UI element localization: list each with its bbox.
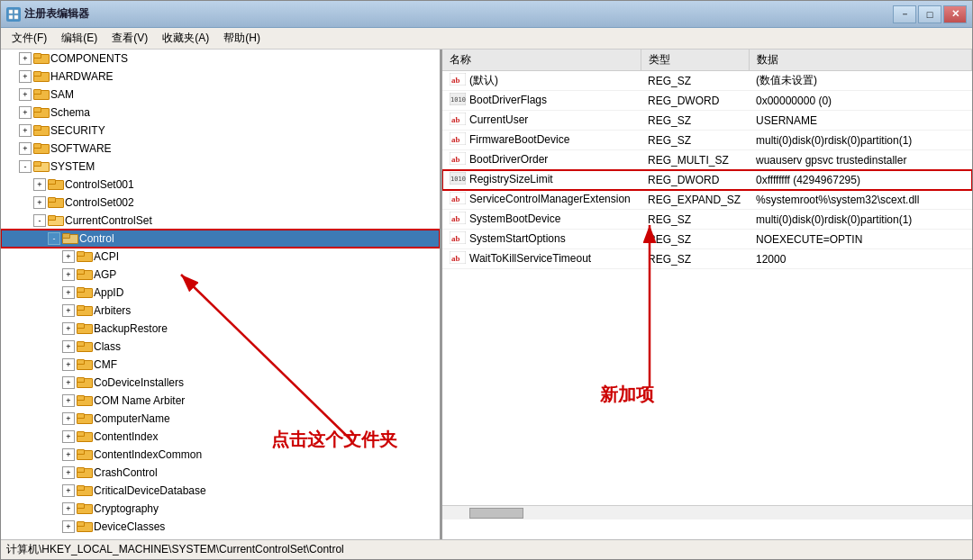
expander-appid[interactable]: + (62, 286, 75, 299)
table-row[interactable]: ab SystemBootDeviceREG_SZmulti(0)disk(0)… (442, 210, 972, 230)
expander-cmf[interactable]: + (62, 358, 75, 371)
tree-item-cryptography[interactable]: + Cryptography (1, 500, 440, 518)
label-computername: ComputerName (94, 412, 170, 425)
tree-item-acpi[interactable]: + ACPI (1, 248, 440, 266)
col-type[interactable]: 类型 (641, 50, 749, 71)
expander-cryptography[interactable]: + (62, 502, 75, 515)
expander-crashcontrol[interactable]: + (62, 466, 75, 479)
tree-item-cmf[interactable]: + CMF (1, 356, 440, 374)
expander-control[interactable]: - (48, 232, 60, 245)
menu-file[interactable]: 文件(F) (5, 29, 54, 48)
menu-view[interactable]: 查看(V) (105, 29, 155, 48)
tree-item-contentindex[interactable]: + ContentIndex (1, 428, 440, 446)
tree-item-schema[interactable]: + Schema (1, 104, 440, 122)
svg-rect-3 (14, 15, 18, 19)
expander-hardware[interactable]: + (19, 70, 32, 83)
tree-item-currentcontrolset[interactable]: - CurrentControlSet (1, 212, 440, 230)
tree-item-controlset001[interactable]: + ControlSet001 (1, 176, 440, 194)
tree-item-arbiters[interactable]: + Arbiters (1, 302, 440, 320)
svg-text:ab: ab (451, 115, 460, 124)
folder-icon-agp (77, 269, 91, 280)
expander-deviceclasses[interactable]: + (62, 520, 75, 533)
cell-type: REG_DWORD (641, 170, 749, 190)
expander-system[interactable]: - (19, 160, 32, 173)
folder-icon-currentcontrolset (48, 215, 62, 226)
tree-item-system[interactable]: - SYSTEM (1, 158, 440, 176)
table-row[interactable]: ab FirmwareBootDeviceREG_SZmulti(0)disk(… (442, 131, 972, 150)
close-button[interactable]: ✕ (943, 5, 967, 23)
label-deviceclasses: DeviceClasses (94, 520, 165, 533)
cell-type: REG_MULTI_SZ (641, 150, 749, 170)
tree-pane[interactable]: + COMPONENTS + HARDWARE + SAM + Schema (1, 50, 442, 539)
label-arbiters: Arbiters (94, 304, 131, 317)
minimize-button[interactable]: － (893, 5, 916, 23)
expander-criticaldevicedatabase[interactable]: + (62, 484, 75, 497)
tree-item-contentindexcommon[interactable]: + ContentIndexCommon (1, 446, 440, 464)
tree-item-deviceclasses[interactable]: + DeviceClasses (1, 518, 440, 536)
expander-components[interactable]: + (19, 52, 32, 65)
tree-item-codeviceinstallers[interactable]: + CoDeviceInstallers (1, 374, 440, 392)
label-appid: AppID (94, 286, 123, 299)
expander-controlset001[interactable]: + (33, 178, 46, 191)
expander-schema[interactable]: + (19, 106, 32, 119)
tree-item-components[interactable]: + COMPONENTS (1, 50, 440, 68)
scrollbar-thumb-h[interactable] (469, 508, 523, 519)
menu-help[interactable]: 帮助(H) (216, 29, 268, 48)
table-row[interactable]: ab ServiceControlManagerExtensionREG_EXP… (442, 190, 972, 210)
label-contentindexcommon: ContentIndexCommon (94, 448, 202, 461)
table-row[interactable]: 1010 RegistrySizeLimitREG_DWORD0xfffffff… (442, 170, 972, 190)
expander-sam[interactable]: + (19, 88, 32, 101)
table-row[interactable]: ab BootDriverOrderREG_MULTI_SZwuauserv g… (442, 150, 972, 170)
tree-item-control[interactable]: - Control (1, 230, 440, 248)
menu-favorites[interactable]: 收藏夹(A) (155, 29, 216, 48)
col-name[interactable]: 名称 (442, 50, 641, 71)
expander-currentcontrolset[interactable]: - (33, 214, 46, 227)
col-data[interactable]: 数据 (749, 50, 972, 71)
expander-security[interactable]: + (19, 124, 32, 137)
menu-bar: 文件(F) 编辑(E) 查看(V) 收藏夹(A) 帮助(H) (1, 28, 972, 50)
expander-backuprestore[interactable]: + (62, 322, 75, 335)
tree-item-backuprestore[interactable]: + BackupRestore (1, 320, 440, 338)
expander-contentindex[interactable]: + (62, 430, 75, 443)
tree-item-sam[interactable]: + SAM (1, 86, 440, 104)
tree-item-comnamearbiter[interactable]: + COM Name Arbiter (1, 392, 440, 410)
label-security: SECURITY (50, 124, 105, 137)
maximize-button[interactable]: □ (918, 5, 941, 23)
table-row[interactable]: 1010 BootDriverFlagsREG_DWORD0x00000000 … (442, 91, 972, 111)
expander-arbiters[interactable]: + (62, 304, 75, 317)
tree-item-crashcontrol[interactable]: + CrashControl (1, 464, 440, 482)
expander-computername[interactable]: + (62, 412, 75, 425)
tree-item-appid[interactable]: + AppID (1, 284, 440, 302)
tree-item-criticaldevicedatabase[interactable]: + CriticalDeviceDatabase (1, 482, 440, 500)
expander-agp[interactable]: + (62, 268, 75, 281)
table-row[interactable]: ab SystemStartOptionsREG_SZNOEXECUTE=OPT… (442, 230, 972, 249)
window-controls: － □ ✕ (893, 5, 967, 23)
expander-software[interactable]: + (19, 142, 32, 155)
expander-comnamearbiter[interactable]: + (62, 394, 75, 407)
folder-icon-appid (77, 287, 91, 298)
expander-codeviceinstallers[interactable]: + (62, 376, 75, 389)
expander-controlset002[interactable]: + (33, 196, 46, 209)
detail-pane[interactable]: 名称 类型 数据 ab (默认)REG_SZ(数值未设置) 1010 BootD… (442, 50, 972, 539)
cell-type: REG_SZ (641, 210, 749, 230)
label-controlset001: ControlSet001 (65, 178, 134, 191)
cell-data: 0xffffffff (4294967295) (749, 170, 972, 190)
cell-data: multi(0)disk(0)rdisk(0)partition(1) (749, 210, 972, 230)
expander-acpi[interactable]: + (62, 250, 75, 263)
label-criticaldevicedatabase: CriticalDeviceDatabase (94, 484, 206, 497)
tree-item-controlset002[interactable]: + ControlSet002 (1, 194, 440, 212)
expander-class[interactable]: + (62, 340, 75, 353)
table-row[interactable]: ab CurrentUserREG_SZUSERNAME (442, 111, 972, 131)
tree-item-class[interactable]: + Class (1, 338, 440, 356)
tree-item-software[interactable]: + SOFTWARE (1, 140, 440, 158)
horizontal-scrollbar[interactable] (442, 505, 972, 519)
tree-item-agp[interactable]: + AGP (1, 266, 440, 284)
table-row[interactable]: ab WaitToKillServiceTimeoutREG_SZ12000 (442, 249, 972, 269)
tree-item-computername[interactable]: + ComputerName (1, 410, 440, 428)
tree-item-hardware[interactable]: + HARDWARE (1, 68, 440, 86)
table-row[interactable]: ab (默认)REG_SZ(数值未设置) (442, 71, 972, 91)
tree-item-security[interactable]: + SECURITY (1, 122, 440, 140)
expander-contentindexcommon[interactable]: + (62, 448, 75, 461)
ab-reg-icon: ab (450, 192, 466, 207)
menu-edit[interactable]: 编辑(E) (54, 29, 105, 48)
